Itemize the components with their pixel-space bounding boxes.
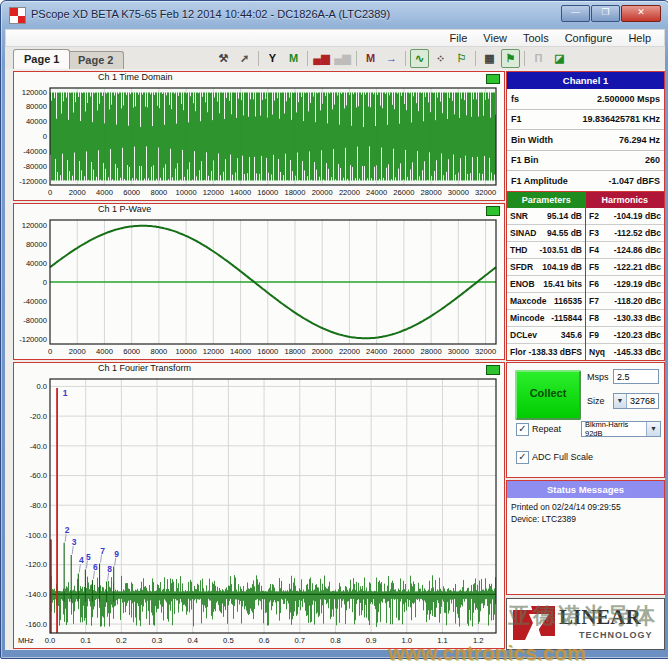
svg-text:80000: 80000: [26, 240, 47, 249]
svg-text:0.5: 0.5: [223, 636, 234, 645]
harmonic-row: F6-129.19 dBc: [586, 276, 664, 293]
menu-tools[interactable]: Tools: [516, 31, 556, 45]
svg-text:16000: 16000: [257, 347, 278, 356]
size-combo[interactable]: ▼ 32768: [613, 393, 659, 409]
fft-view-icon[interactable]: ⚑: [501, 49, 520, 68]
measurements-panel: Parameters Harmonics SNR95.14 dB SINAD94…: [506, 191, 665, 361]
chevron-down-icon[interactable]: ▼: [646, 422, 660, 436]
time-domain-chart[interactable]: 12000080000400000-40000-80000-1200000200…: [16, 83, 502, 198]
svg-text:28000: 28000: [421, 347, 442, 356]
y-scale-icon[interactable]: Y: [263, 49, 282, 68]
svg-text:-100.0: -100.0: [25, 531, 47, 540]
svg-text:24000: 24000: [366, 347, 387, 356]
integral-icon[interactable]: Π: [529, 49, 548, 68]
toolbar: ⚒ ➚ Y M ▄▆ ▄▆ M → ∿ ⁘ ⚐ ▦ ⚑ Π ◪: [213, 48, 570, 68]
menu-view[interactable]: View: [476, 31, 514, 45]
svg-text:-40000: -40000: [23, 297, 47, 306]
svg-text:0.3: 0.3: [152, 636, 163, 645]
code-density-icon[interactable]: ▄▆: [333, 49, 352, 68]
toolbar-separator: [258, 51, 259, 66]
svg-text:120000: 120000: [22, 88, 47, 97]
harmonics-header: Harmonics: [586, 192, 665, 208]
running-average-icon[interactable]: →: [382, 49, 401, 68]
acquisition-tools-icon[interactable]: ⚒: [214, 49, 233, 68]
toolbar-separator: [475, 51, 476, 66]
fft-chart[interactable]: 2345678910.0-20.0-40.0-60.0-80.0-100.0-1…: [16, 374, 502, 646]
svg-text:9: 9: [114, 549, 119, 559]
menu-file[interactable]: File: [443, 31, 475, 45]
msps-input[interactable]: [613, 369, 659, 384]
svg-text:1.2: 1.2: [473, 636, 484, 645]
svg-text:20000: 20000: [312, 188, 333, 197]
window-value: Blkmn-Harris 92dB: [582, 420, 646, 438]
sample-codes-icon[interactable]: ⁘: [431, 49, 450, 68]
param-row: DCLev345.6: [507, 327, 585, 344]
svg-text:-80000: -80000: [23, 316, 47, 325]
svg-text:24000: 24000: [366, 188, 387, 197]
channel1-header: Channel 1: [507, 72, 664, 89]
svg-text:32000: 32000: [475, 347, 496, 356]
svg-text:-140.0: -140.0: [25, 590, 47, 599]
repeat-checkbox[interactable]: ✓: [516, 423, 529, 436]
tab-toolbar-row: Page 1 Page 2 ⚒ ➚ Y M ▄▆ ▄▆ M → ∿ ⁘ ⚐ ▦ …: [5, 47, 665, 70]
repeat-label: Repeat: [532, 424, 561, 434]
histogram-icon[interactable]: ▄▆: [312, 49, 331, 68]
tab-page-1[interactable]: Page 1: [13, 49, 70, 69]
param-row: THD-103.51 dB: [507, 242, 585, 259]
lt-logo-mark: [509, 600, 559, 650]
svg-text:0.0: 0.0: [36, 382, 47, 391]
svg-text:0.0: 0.0: [45, 636, 56, 645]
dual-display-icon[interactable]: ▦: [480, 49, 499, 68]
svg-text:0.1: 0.1: [80, 636, 91, 645]
svg-text:6: 6: [93, 562, 98, 572]
title-bar[interactable]: PScope XD BETA K75-65 Feb 12 2014 10:44:…: [1, 1, 668, 29]
svg-text:0.2: 0.2: [116, 636, 127, 645]
channel1-row: F1 Amplitude-1.047 dBFS: [507, 171, 664, 191]
svg-text:0.4: 0.4: [187, 636, 198, 645]
harmonic-row: F5-122.21 dBc: [586, 259, 664, 276]
minimize-button[interactable]: —: [561, 5, 590, 22]
status-line: Printed on 02/24/14 09:29:55: [511, 501, 660, 513]
maximize-button[interactable]: ❐: [591, 5, 620, 22]
svg-text:6000: 6000: [123, 347, 140, 356]
svg-text:26000: 26000: [393, 188, 414, 197]
parameters-column: SNR95.14 dB SINAD94.55 dB THD-103.51 dB …: [507, 208, 586, 360]
pwave-chart[interactable]: 12000080000400000-40000-80000-1200000200…: [16, 215, 502, 357]
svg-text:28000: 28000: [421, 188, 442, 197]
cursor-zoom-icon[interactable]: ➚: [235, 49, 254, 68]
collect-button[interactable]: Collect: [515, 370, 581, 420]
svg-text:4: 4: [79, 555, 84, 565]
param-row: Flor-138.33 dBFS: [507, 344, 585, 360]
svg-text:8000: 8000: [150, 347, 167, 356]
channel1-panel: Channel 1 fs2.500000 Msps F119.836425781…: [506, 71, 665, 191]
export-plot-icon[interactable]: ◪: [550, 49, 569, 68]
svg-text:-20.0: -20.0: [30, 412, 47, 421]
chevron-down-icon[interactable]: ▼: [614, 394, 627, 408]
svg-text:7: 7: [100, 546, 105, 556]
f1-amplitude-label: F1 Amplitude: [511, 176, 568, 186]
channel1-row: Bin Width76.294 Hz: [507, 130, 664, 151]
menu-help[interactable]: Help: [621, 31, 658, 45]
time-domain-view-icon[interactable]: ∿: [410, 49, 429, 68]
svg-text:MHz: MHz: [18, 636, 34, 645]
menu-configure[interactable]: Configure: [558, 31, 620, 45]
tab-page-2[interactable]: Page 2: [67, 51, 124, 69]
svg-text:32000: 32000: [475, 188, 496, 197]
svg-text:-40000: -40000: [23, 147, 47, 156]
svg-text:5: 5: [86, 552, 91, 562]
svg-text:18000: 18000: [284, 188, 305, 197]
toolbar-separator: [307, 51, 308, 66]
time-domain-plot-panel: Ch 1 Time Domain 12000080000400000-40000…: [13, 71, 505, 201]
svg-text:6000: 6000: [123, 188, 140, 197]
max-average-icon[interactable]: M: [361, 49, 380, 68]
math-window-icon[interactable]: M: [284, 49, 303, 68]
pwave-view-icon[interactable]: ⚐: [452, 49, 471, 68]
svg-text:2000: 2000: [69, 188, 86, 197]
close-button[interactable]: ✕: [621, 5, 661, 22]
svg-text:-80000: -80000: [23, 162, 47, 171]
window-combo[interactable]: Blkmn-Harris 92dB ▼: [581, 421, 661, 437]
svg-text:10000: 10000: [176, 347, 197, 356]
adc-full-scale-checkbox[interactable]: ✓: [516, 451, 529, 464]
status-messages-panel: Status Messages Printed on 02/24/14 09:2…: [506, 480, 665, 595]
svg-text:-60.0: -60.0: [30, 471, 47, 480]
